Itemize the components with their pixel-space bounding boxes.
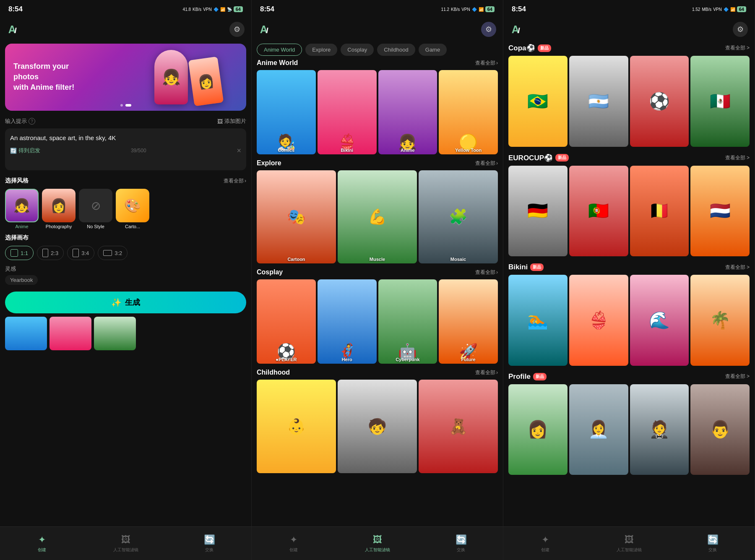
thumb-mosaic[interactable]: 🧩 Mosaic [419, 170, 498, 263]
thumb-muscle[interactable]: 💪 Muscle [338, 170, 417, 263]
canvas-section-header: 选择画布 [5, 234, 246, 242]
copa-thumb-row: 🇧🇷 🇦🇷 ⚽ 🇲🇽 [508, 56, 750, 147]
thumb-childhood-2[interactable]: 🧒 [338, 380, 417, 473]
settings-button-2[interactable]: ⚙ [481, 22, 496, 37]
ai-filter-label-1: 人工智能滤镜 [113, 547, 138, 553]
thumb-childhood-1[interactable]: 👶 [257, 380, 336, 473]
thumb-cartoon[interactable]: 🎭 Cartoon [257, 170, 336, 263]
profile-thumb-4[interactable]: 👨 [690, 384, 750, 475]
eurocup-view-all[interactable]: 查看全部 > [725, 154, 750, 161]
thumb-player-img: ⚽ [257, 279, 316, 364]
thumb-future[interactable]: 🚀 Future [439, 279, 498, 364]
style-list: 👧 Anime 👩 Photography ⊘ No Style [5, 189, 246, 229]
settings-button-1[interactable]: ⚙ [229, 22, 245, 37]
nav-create-3[interactable]: ✦ 创建 [503, 534, 587, 553]
settings-button-3[interactable]: ⚙ [733, 22, 748, 37]
style-item-nostyle[interactable]: ⊘ No Style [79, 189, 112, 229]
euro-thumb-2[interactable]: 🇵🇹 [569, 166, 628, 257]
tab-explore[interactable]: Explore [305, 44, 337, 56]
euro-thumb-4[interactable]: 🇳🇱 [690, 166, 750, 257]
copa-view-all[interactable]: 查看全部 > [725, 44, 750, 52]
copa-thumb-4[interactable]: 🇲🇽 [690, 56, 750, 147]
nav-exchange-3[interactable]: 🔄 交换 [671, 534, 755, 553]
thumb-player[interactable]: ⚽ ●PLAYER [257, 279, 316, 364]
copa-thumb-1[interactable]: 🇧🇷 [508, 56, 568, 147]
thumb-comics[interactable]: 🧑‍🎨 Comics [257, 70, 316, 154]
explore-title: Explore [257, 159, 281, 167]
tab-cosplay[interactable]: Cosplay [341, 44, 374, 56]
tab-anime-world[interactable]: Anime World [257, 44, 302, 56]
exchange-icon-3: 🔄 [707, 534, 719, 545]
copa-thumb-2[interactable]: 🇦🇷 [569, 56, 628, 147]
style-item-photography[interactable]: 👩 Photography [42, 189, 76, 229]
profile-header: Profile 新品 查看全部 > [508, 372, 750, 381]
nav-ai-filter-3[interactable]: 🖼 人工智能滤镜 [587, 534, 671, 553]
profile-view-all[interactable]: 查看全部 > [725, 373, 750, 380]
add-image-button[interactable]: 🖼 添加图片 [217, 117, 246, 125]
thumb-yellow-toon[interactable]: 🟡 Yellow Toon [439, 70, 498, 154]
hero-banner-1[interactable]: Transform your photos with Anime filter!… [5, 44, 246, 111]
cosplay-title: Cosplay [257, 268, 283, 276]
thumb-anime[interactable]: 👧 Anime [378, 70, 437, 154]
childhood-section: Childhood 查看全部 › 👶 🧒 🧸 [252, 369, 503, 478]
tab-childhood[interactable]: Childhood [377, 44, 415, 56]
cosplay-view-all[interactable]: 查看全部 › [475, 269, 498, 276]
tab-game[interactable]: Game [419, 44, 447, 56]
banner-dot-2[interactable] [125, 104, 131, 107]
bottom-thumb-2[interactable] [49, 317, 91, 350]
style-label-anime: Anime [15, 224, 28, 229]
style-label-cartoon: Carto... [125, 224, 140, 229]
bikini-view-all[interactable]: 查看全部 > [725, 264, 750, 271]
banner-dot-1[interactable] [120, 104, 123, 107]
prompt-text[interactable]: An astronaut, space art, in the sky, 4K [10, 133, 241, 143]
copa-thumb-3[interactable]: ⚽ [630, 56, 689, 147]
input-label: 输入提示 ? [5, 117, 35, 125]
bikini-thumb-2[interactable]: 👙 [569, 275, 628, 366]
nav-exchange-1[interactable]: 🔄 交换 [167, 534, 251, 553]
char-count: 39/500 [131, 148, 146, 154]
nav-create-2[interactable]: ✦ 创建 [252, 534, 336, 553]
generate-button[interactable]: ✨ 生成 [5, 292, 246, 313]
inspiration-tag[interactable]: Yearbook [5, 275, 38, 285]
bottom-thumb-1[interactable] [5, 317, 47, 350]
bikini-thumb-1[interactable]: 🏊 [508, 275, 568, 366]
canvas-3-4[interactable]: 3:4 [67, 246, 94, 260]
canvas-3-2[interactable]: 3:2 [98, 246, 128, 260]
bikini-thumb-3[interactable]: 🌊 [630, 275, 689, 366]
bottom-thumb-3[interactable] [94, 317, 136, 350]
profile-thumb-2[interactable]: 👩‍💼 [569, 384, 628, 475]
style-item-cartoon[interactable]: 🎨 Carto... [116, 189, 149, 229]
canvas-1-1[interactable]: 1:1 [5, 246, 34, 260]
childhood-view-all[interactable]: 查看全部 › [475, 369, 498, 376]
nav-ai-filter-2[interactable]: 🖼 人工智能滤镜 [336, 534, 419, 553]
style-thumb-cartoon: 🎨 [116, 189, 149, 222]
ai-filter-icon-2: 🖼 [373, 534, 382, 545]
clear-button[interactable]: × [237, 146, 241, 155]
eurocup-header: EUROCUP⚽ 新品 查看全部 > [508, 154, 750, 162]
euro-thumb-3[interactable]: 🇧🇪 [630, 166, 689, 257]
anime-world-view-all[interactable]: 查看全部 › [475, 60, 498, 67]
inspire-button[interactable]: 🔄 得到启发 [10, 147, 40, 154]
nav-create-1[interactable]: ✦ 创建 [0, 534, 84, 553]
euro-thumb-1[interactable]: 🇩🇪 [508, 166, 568, 257]
bikini-thumb-4[interactable]: 🌴 [690, 275, 750, 366]
panel1-scroll: Transform your photos with Anime filter!… [0, 40, 251, 526]
thumb-bikini[interactable]: 👙 Bikini [318, 70, 377, 154]
canvas-2-3[interactable]: 2:3 [37, 246, 64, 260]
banner-image-1: 👧 👩 [129, 44, 246, 111]
help-icon[interactable]: ? [29, 118, 35, 125]
profile-thumb-1[interactable]: 👩 [508, 384, 568, 475]
explore-view-all[interactable]: 查看全部 › [475, 160, 498, 167]
style-view-all[interactable]: 查看全部 › [224, 177, 246, 185]
profile-thumb-3[interactable]: 🤵 [630, 384, 689, 475]
style-item-anime[interactable]: 👧 Anime [5, 189, 39, 229]
nav-exchange-2[interactable]: 🔄 交换 [419, 534, 503, 553]
input-label-row: 输入提示 ? 🖼 添加图片 [5, 117, 246, 125]
canvas-icon-2-3 [42, 249, 48, 257]
prompt-textarea[interactable]: An astronaut, space art, in the sky, 4K … [5, 128, 246, 170]
thumb-cyberpunk[interactable]: 🤖 Cyberpunk [378, 279, 437, 364]
nav-ai-filter-1[interactable]: 🖼 人工智能滤镜 [84, 534, 168, 553]
panel3-scroll: Copa⚽ 新品 查看全部 > 🇧🇷 🇦🇷 ⚽ 🇲🇽 EUROCUP⚽ 新品 查… [503, 40, 755, 526]
thumb-childhood-3[interactable]: 🧸 [419, 380, 498, 473]
thumb-hero[interactable]: 🦸 Hero [318, 279, 377, 364]
